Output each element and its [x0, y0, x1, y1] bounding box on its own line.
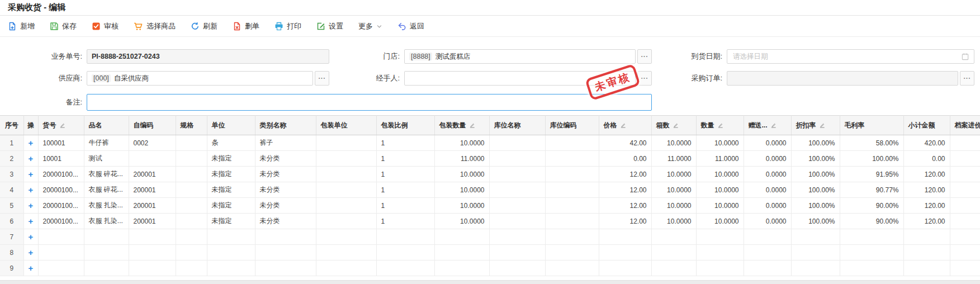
cell-discount-rate[interactable]: 100.00%: [791, 135, 840, 151]
cell-quantity[interactable]: 10.0000: [696, 214, 744, 229]
remark-input[interactable]: [92, 98, 647, 107]
column-header-location-name[interactable]: 库位名称: [489, 116, 545, 135]
column-header-pack-qty[interactable]: 包装数量: [434, 116, 489, 135]
toolbar-button-refresh[interactable]: 刷新: [191, 21, 217, 31]
column-header-boxes[interactable]: 箱数: [651, 116, 696, 135]
cell-price[interactable]: 12.00: [599, 182, 651, 198]
column-header-pack-ratio[interactable]: 包装比例: [376, 116, 434, 135]
store-lookup-button[interactable]: ...: [637, 49, 652, 64]
cell-gift-qty[interactable]: 0.0000: [744, 198, 791, 214]
cell-pack-qty[interactable]: 10.0000: [434, 198, 489, 214]
cell-boxes[interactable]: 10.0000: [651, 214, 696, 229]
toolbar-button-more[interactable]: 更多: [358, 21, 382, 31]
column-header-location-code[interactable]: 库位编码: [545, 116, 599, 135]
toolbar-button-select-goods[interactable]: 选择商品: [134, 21, 176, 31]
purchase-order-lookup-button[interactable]: ...: [960, 71, 974, 86]
cell-quantity[interactable]: 11.0000: [696, 151, 744, 167]
cell-boxes[interactable]: 10.0000: [651, 198, 696, 214]
cell-item-no[interactable]: 100001: [38, 135, 84, 151]
supplier-input[interactable]: [000] 自采供应商: [87, 71, 313, 86]
cell-pack-qty[interactable]: [434, 245, 489, 261]
cell-pack-qty[interactable]: 10.0000: [434, 167, 489, 182]
cell-discount-rate[interactable]: 100.00%: [791, 151, 840, 167]
cell-quantity[interactable]: 10.0000: [696, 198, 744, 214]
cell-discount-rate[interactable]: [791, 261, 840, 276]
cell-pack-qty[interactable]: [434, 229, 489, 245]
column-header-item-no[interactable]: 货号: [38, 116, 84, 135]
cell-quantity[interactable]: [696, 261, 744, 276]
add-row-button[interactable]: +: [29, 169, 34, 179]
cell-quantity[interactable]: 10.0000: [696, 135, 744, 151]
cell-boxes[interactable]: [651, 261, 696, 276]
toolbar-button-delete-order[interactable]: 删单: [233, 21, 259, 31]
cell-pack-qty[interactable]: 10.0000: [434, 135, 489, 151]
cell-item-no[interactable]: [38, 261, 84, 276]
cell-gift-qty[interactable]: 0.0000: [744, 151, 791, 167]
cell-discount-rate[interactable]: 100.00%: [791, 167, 840, 182]
cell-gift-qty[interactable]: 0.0000: [744, 214, 791, 229]
column-header-pack-unit[interactable]: 包装单位: [316, 116, 376, 135]
cell-discount-rate[interactable]: 100.00%: [791, 198, 840, 214]
cell-price[interactable]: [599, 261, 651, 276]
cell-pack-qty[interactable]: 11.0000: [434, 151, 489, 167]
arrival-date-input[interactable]: [732, 52, 958, 61]
column-header-price[interactable]: 价格: [599, 116, 651, 135]
column-header-spec[interactable]: 规格: [176, 116, 207, 135]
store-input[interactable]: [8888] 测试蛋糕店: [404, 49, 636, 64]
cell-gift-qty[interactable]: 0.0000: [744, 182, 791, 198]
add-row-button[interactable]: +: [29, 201, 34, 210]
cell-item-no[interactable]: 20000100...: [38, 198, 84, 214]
cell-item-no[interactable]: [38, 245, 84, 261]
cell-price[interactable]: 42.00: [599, 135, 651, 151]
toolbar-button-audit[interactable]: 审核: [92, 21, 119, 31]
cell-price[interactable]: 12.00: [599, 214, 651, 229]
cell-boxes[interactable]: 10.0000: [651, 135, 696, 151]
cell-price[interactable]: [599, 245, 651, 261]
handler-lookup-button[interactable]: ...: [637, 71, 652, 86]
column-header-product-name[interactable]: 品名: [84, 116, 129, 135]
add-row-button[interactable]: +: [29, 263, 34, 273]
horizontal-scrollbar[interactable]: [0, 280, 980, 284]
calendar-icon[interactable]: [961, 53, 969, 61]
cell-pack-qty[interactable]: 10.0000: [434, 182, 489, 198]
add-row-button[interactable]: +: [29, 232, 34, 242]
cell-item-no[interactable]: 10001: [38, 151, 84, 167]
supplier-lookup-button[interactable]: ...: [315, 71, 329, 86]
cell-gift-qty[interactable]: 0.0000: [744, 167, 791, 182]
cell-discount-rate[interactable]: 100.00%: [791, 182, 840, 198]
column-header-seq[interactable]: 序号: [0, 116, 23, 135]
cell-price[interactable]: 12.00: [599, 167, 651, 182]
column-header-discount-rate[interactable]: 折扣率: [791, 116, 840, 135]
cell-gift-qty[interactable]: 0.0000: [744, 135, 791, 151]
cell-gift-qty[interactable]: [744, 261, 791, 276]
toolbar-button-settings[interactable]: 设置: [316, 21, 343, 31]
column-header-unit[interactable]: 单位: [207, 116, 255, 135]
cell-quantity[interactable]: [696, 245, 744, 261]
column-header-quantity[interactable]: 数量: [696, 116, 744, 135]
cell-item-no[interactable]: 20000100...: [38, 182, 84, 198]
cell-quantity[interactable]: 10.0000: [696, 182, 744, 198]
toolbar-button-back[interactable]: 返回: [397, 21, 424, 31]
cell-pack-qty[interactable]: 10.0000: [434, 214, 489, 229]
cell-item-no[interactable]: [38, 229, 84, 245]
cell-quantity[interactable]: 10.0000: [696, 167, 744, 182]
column-header-gross-margin[interactable]: 毛利率: [840, 116, 903, 135]
cell-gift-qty[interactable]: [744, 245, 791, 261]
cell-boxes[interactable]: 10.0000: [651, 182, 696, 198]
cell-boxes[interactable]: 10.0000: [651, 167, 696, 182]
add-row-button[interactable]: +: [29, 216, 34, 226]
add-row-button[interactable]: +: [29, 185, 34, 195]
cell-boxes[interactable]: [651, 245, 696, 261]
cell-boxes[interactable]: [651, 229, 696, 245]
column-header-op[interactable]: 操: [23, 116, 38, 135]
cell-discount-rate[interactable]: [791, 245, 840, 261]
toolbar-button-save[interactable]: 保存: [50, 21, 77, 31]
toolbar-button-new[interactable]: 新增: [8, 21, 35, 31]
column-header-self-code[interactable]: 自编码: [129, 116, 176, 135]
cell-price[interactable]: [599, 229, 651, 245]
column-header-archive-price[interactable]: 档案进价: [950, 116, 980, 135]
cell-boxes[interactable]: 11.0000: [651, 151, 696, 167]
cell-price[interactable]: 12.00: [599, 198, 651, 214]
add-row-button[interactable]: +: [29, 154, 34, 163]
toolbar-button-print[interactable]: 打印: [274, 21, 301, 31]
